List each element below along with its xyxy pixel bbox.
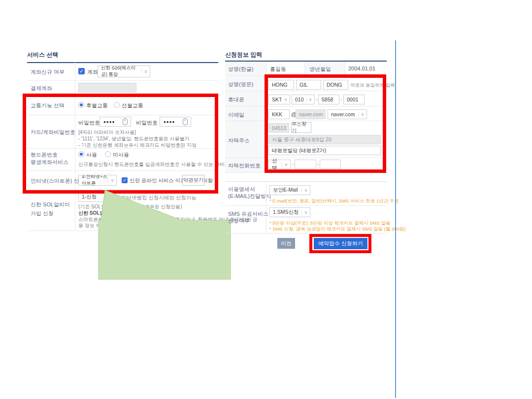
label-sms-2: 신청여부	[228, 217, 250, 225]
right-table-top-border	[225, 61, 387, 62]
label-birth: 생년월일	[309, 66, 331, 73]
label-mobile: 휴대폰	[228, 96, 244, 103]
label-sol-2: 가입 신청	[31, 210, 54, 217]
reservation-form-page: 서비스 선택 계좌신규 여부 계좌신규 신한 S20(에스이공) 통장 ∨ 결제…	[0, 0, 532, 399]
label-statement-1: 이용명세서	[228, 186, 255, 193]
account-new-checkbox[interactable]	[78, 68, 85, 74]
highlight-box-right	[265, 74, 386, 173]
chevron-down-icon: ∨	[141, 69, 150, 74]
sms-select[interactable]: 1.SMS신청 ∨	[269, 207, 310, 217]
label-payment-account: 결제계좌	[31, 85, 52, 92]
sms-note-2: * SMS 신청: 금액 상관없이 체크카드 결제시 SMS 알림 (월 200…	[269, 226, 406, 233]
row-divider	[27, 80, 218, 81]
table2-top-border	[225, 181, 387, 182]
statement-note: * E-mail(보안, 영문, 일반)선택시, SMS 서비스 최초 1년간 …	[269, 198, 399, 204]
label-address: 자택주소	[228, 137, 250, 144]
name-kr-value: 홍길동	[270, 66, 286, 73]
cell-divider	[345, 62, 345, 75]
label-name-en: 성명(영문)	[228, 81, 253, 88]
label-statement-2: (E-MAIL)전달방식	[228, 193, 271, 200]
label-name-kr: 성명(한글)	[228, 66, 253, 73]
label-column-divider	[266, 181, 266, 233]
prev-button[interactable]: 이전	[277, 238, 295, 249]
label-sol-1: 신한 SOL알리미	[31, 201, 70, 208]
right-panel-title: 신청정보 입력	[225, 51, 262, 59]
account-type-select[interactable]: 신한 S20(에스이공) 통장 ∨	[98, 66, 150, 77]
chevron-down-icon: ∨	[301, 210, 310, 215]
label-sms-1: SMS 유료서비스	[228, 210, 268, 218]
highlight-box-submit	[309, 234, 371, 253]
cell-divider	[304, 62, 305, 75]
chevron-down-icon: ∨	[301, 188, 310, 193]
statement-select[interactable]: 보안E-Mail ∨	[269, 185, 310, 195]
label-account-new: 계좌신규 여부	[31, 68, 65, 76]
green-callout-arrow	[96, 187, 236, 283]
sms-select-value: 1.SMS신청	[270, 209, 301, 216]
highlight-box-left	[23, 94, 218, 194]
left-table-top-border	[27, 62, 218, 63]
label-email: 이메일	[228, 111, 244, 119]
page-divider-line	[395, 40, 396, 398]
row-divider	[225, 205, 387, 206]
payment-account-input	[78, 83, 136, 93]
label-home-phone: 자택전화번호	[228, 162, 261, 169]
left-panel-title: 서비스 선택	[27, 51, 58, 59]
account-type-select-value: 신한 S20(에스이공) 통장	[98, 65, 141, 78]
row-divider	[225, 233, 387, 233]
statement-select-value: 보안E-Mail	[270, 187, 301, 194]
birth-value: 2004.01.01	[348, 66, 375, 71]
